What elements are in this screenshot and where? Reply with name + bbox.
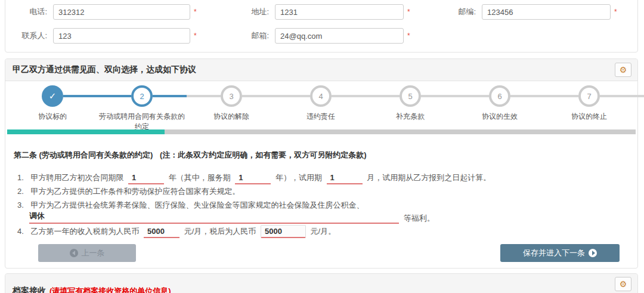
probation-months-field[interactable]: 1 — [327, 173, 363, 184]
contact-info-panel: 电话: * 地址: * 邮编: * 联系人: * 邮箱: * — [5, 0, 638, 53]
wizard-progress-bar — [7, 129, 636, 134]
previous-clause-label: 上一条 — [82, 248, 105, 258]
item-number: 1. — [17, 173, 24, 182]
item-text: 甲方为乙方提供社会统筹养老保险、医疗保险、失业保险金等国家规定的社会保险及住房公… — [30, 201, 364, 209]
step-5-circle: 5 — [400, 85, 421, 107]
step-connector — [455, 95, 489, 97]
item-text: 元/月。 — [311, 227, 336, 236]
step-8-agreement-text[interactable]: 8 协议文本 — [634, 85, 644, 132]
required-asterisk: * — [194, 32, 197, 40]
step-7-circle: 7 — [578, 85, 600, 107]
item-text: 甲方聘用乙方初次合同期限 — [30, 173, 123, 182]
contract-term-years-field[interactable]: 1 — [128, 173, 164, 184]
required-asterisk: * — [407, 32, 410, 40]
step-connector — [634, 95, 644, 97]
field-contact-person-label: 联系人: — [5, 30, 47, 41]
field-email: 邮箱: * — [227, 27, 410, 44]
required-asterisk: * — [614, 8, 617, 16]
field-email-label: 邮箱: — [227, 30, 269, 41]
step-6-agreement-effectiveness[interactable]: 6 协议的生效 — [455, 85, 544, 132]
service-period-years-field[interactable]: 1 — [235, 173, 271, 184]
item-text: 年（其中，服务期 — [169, 173, 231, 182]
field-phone-label: 电话: — [5, 7, 47, 17]
clause-title: 第二条 (劳动或聘用合同有关条款的约定) — [14, 150, 153, 159]
archive-panel-title: 档案接收 — [13, 286, 46, 293]
field-address-input[interactable] — [275, 4, 404, 20]
step-1-circle: ✓ — [42, 85, 63, 107]
step-1-agreement-subject[interactable]: ✓ 协议标的 — [8, 85, 97, 132]
step-connector — [544, 95, 578, 97]
step-connector — [276, 95, 310, 97]
step-connector — [63, 95, 97, 97]
field-address-label: 地址: — [227, 7, 269, 17]
agreement-panel-header: 甲乙双方通过供需见面、双向选择，达成如下协议 ⚙ — [5, 59, 637, 81]
circle-arrow-right-icon — [589, 249, 597, 257]
clause-item-2: 2. 甲方为乙方提供的工作条件和劳动保护应符合国家有关规定。 — [17, 186, 240, 197]
step-3-agreement-termination-clause[interactable]: 3 协议的解除 — [187, 85, 276, 132]
item-text: 年），试用期 — [275, 173, 322, 182]
step-connector — [332, 95, 366, 97]
required-asterisk: * — [194, 8, 197, 16]
clause-note: (注：此条双方约定应明确，如有需要，双方可另附约定条款) — [160, 150, 367, 159]
step-connector — [153, 95, 187, 97]
field-postcode: 邮编: * — [434, 4, 617, 20]
step-1-label: 协议标的 — [8, 112, 97, 122]
required-asterisk: * — [407, 8, 410, 16]
field-contact-person: 联系人: * — [5, 27, 197, 44]
field-phone-input[interactable] — [53, 4, 190, 20]
field-phone: 电话: * — [5, 4, 197, 20]
item-text: 甲方为乙方提供的工作条件和劳动保护应符合国家有关规定。 — [30, 187, 240, 196]
field-postcode-label: 邮编: — [434, 7, 476, 17]
item-text: 乙方第一年的收入税前为人民币 — [30, 227, 139, 236]
step-5-label: 补充条款 — [366, 112, 455, 122]
clause-item-4: 4. 乙方第一年的收入税前为人民币 5000 元/月，税后为人民币 5000 元… — [17, 225, 336, 238]
step-connector — [366, 95, 400, 97]
step-2-label: 劳动或聘用合同有关条款的约定 — [97, 112, 187, 132]
step-2-contract-terms[interactable]: 2 劳动或聘用合同有关条款的约定 — [97, 85, 187, 132]
step-7-agreement-end[interactable]: 7 协议的终止 — [544, 85, 634, 132]
step-8-label: 协议文本 — [634, 112, 644, 122]
item-number: 3. — [17, 201, 24, 209]
aftertax-salary-field[interactable]: 5000 — [261, 225, 306, 238]
save-and-next-label: 保存并进入下一条 — [523, 248, 585, 258]
agreement-panel-title: 甲乙双方通过供需见面、双向选择，达成如下协议 — [13, 64, 196, 75]
clause-item-1: 1. 甲方聘用乙方初次合同期限 1 年（其中，服务期 1 年），试用期 1 月，… — [17, 172, 491, 184]
step-3-label: 协议的解除 — [187, 112, 276, 122]
save-and-next-button[interactable]: 保存并进入下一条 — [500, 244, 620, 262]
step-4-breach-liability[interactable]: 4 违约责任 — [276, 85, 366, 132]
check-icon: ✓ — [49, 91, 57, 101]
progress-fill — [7, 129, 165, 134]
wizard-stepper: ✓ 协议标的 2 劳动或聘用合同有关条款的约定 3 协议的解除 4 违约责任 — [8, 85, 635, 132]
welfare-field[interactable]: 调休 — [29, 211, 399, 224]
field-email-input[interactable] — [275, 28, 404, 44]
previous-clause-button[interactable]: 上一条 — [38, 244, 136, 262]
item-text: 元/月，税后为人民币 — [184, 227, 256, 236]
step-3-circle: 3 — [221, 85, 242, 107]
gear-icon: ⚙ — [620, 65, 627, 75]
step-connector — [421, 95, 455, 97]
step-4-label: 违约责任 — [276, 112, 366, 122]
step-connector — [97, 95, 131, 97]
field-contact-person-input[interactable] — [53, 28, 190, 44]
gear-icon: ⚙ — [620, 279, 627, 289]
step-6-circle: 6 — [489, 85, 510, 107]
circle-arrow-left-icon — [70, 249, 78, 257]
archive-panel-note: (请填写有档案接收资格的单位信息) — [49, 286, 171, 293]
archive-settings-button[interactable]: ⚙ — [615, 277, 631, 291]
step-connector — [242, 95, 276, 97]
clause-heading: 第二条 (劳动或聘用合同有关条款的约定) (注：此条双方约定应明确，如有需要，双… — [14, 150, 371, 161]
item-text: 月，试用期从乙方报到之日起计算。 — [367, 173, 491, 182]
step-2-circle: 2 — [131, 85, 153, 107]
field-address: 地址: * — [227, 4, 410, 20]
agreement-settings-button[interactable]: ⚙ — [615, 63, 631, 77]
item-number: 4. — [17, 227, 24, 236]
pretax-salary-field[interactable]: 5000 — [144, 227, 179, 238]
step-connector — [600, 95, 634, 97]
step-5-supplementary-clauses[interactable]: 5 补充条款 — [366, 85, 455, 132]
item-number: 2. — [17, 187, 24, 196]
archive-panel: 档案接收 (请填写有档案接收资格的单位信息) ⚙ — [5, 273, 638, 293]
step-6-label: 协议的生效 — [455, 112, 544, 122]
page: 电话: * 地址: * 邮编: * 联系人: * 邮箱: * 甲乙双方通过供需见… — [0, 0, 644, 293]
field-postcode-input[interactable] — [482, 4, 611, 20]
welfare-row: 调休 等福利。 — [29, 211, 435, 224]
